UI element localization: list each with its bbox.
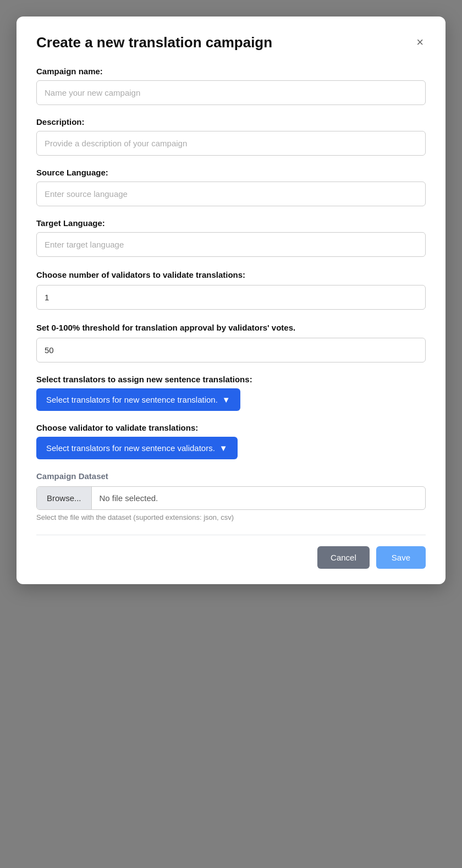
description-label: Description: [36,117,426,127]
description-group: Description: [36,117,426,156]
dataset-section-label: Campaign Dataset [36,471,426,481]
campaign-name-group: Campaign name: [36,67,426,105]
source-language-group: Source Language: [36,168,426,206]
validators-dropdown-text: Select translators for new sentence vali… [46,443,215,453]
validators-dropdown-label: Choose validator to validate translation… [36,423,426,432]
cancel-button[interactable]: Cancel [317,546,370,569]
save-button[interactable]: Save [376,546,426,569]
file-input-row: Browse... No file selected. [36,486,426,510]
threshold-label: Set 0-100% threshold for translation app… [36,322,426,333]
modal-dialog: Create a new translation campaign × Camp… [16,17,446,584]
translators-dropdown-text: Select translators for new sentence tran… [46,395,218,404]
validators-dropdown-group: Choose validator to validate translation… [36,423,426,459]
validators-dropdown-arrow: ▼ [219,443,228,453]
modal-header: Create a new translation campaign × [36,34,426,51]
translators-dropdown-label: Select translators to assign new sentenc… [36,375,426,384]
translators-dropdown-arrow: ▼ [222,395,230,404]
file-name-display: No file selected. [92,487,425,509]
target-language-label: Target Language: [36,218,426,228]
campaign-name-label: Campaign name: [36,67,426,76]
validators-count-input[interactable] [36,285,426,310]
target-language-input[interactable] [36,232,426,257]
close-button[interactable]: × [414,34,426,51]
browse-button[interactable]: Browse... [37,487,92,509]
translators-dropdown-group: Select translators to assign new sentenc… [36,375,426,411]
validators-count-group: Choose number of validators to validate … [36,269,426,310]
translators-dropdown-button[interactable]: Select translators for new sentence tran… [36,388,240,411]
source-language-input[interactable] [36,182,426,206]
modal-footer: Cancel Save [36,535,426,569]
validators-count-label: Choose number of validators to validate … [36,269,426,281]
target-language-group: Target Language: [36,218,426,257]
threshold-group: Set 0-100% threshold for translation app… [36,322,426,362]
file-hint: Select the file with the dataset (suport… [36,513,426,521]
dataset-group: Campaign Dataset Browse... No file selec… [36,471,426,521]
description-input[interactable] [36,131,426,156]
modal-title: Create a new translation campaign [36,34,272,51]
modal-overlay: Create a new translation campaign × Camp… [0,11,462,868]
source-language-label: Source Language: [36,168,426,177]
validators-dropdown-button[interactable]: Select translators for new sentence vali… [36,437,238,459]
campaign-name-input[interactable] [36,80,426,105]
threshold-input[interactable] [36,338,426,362]
